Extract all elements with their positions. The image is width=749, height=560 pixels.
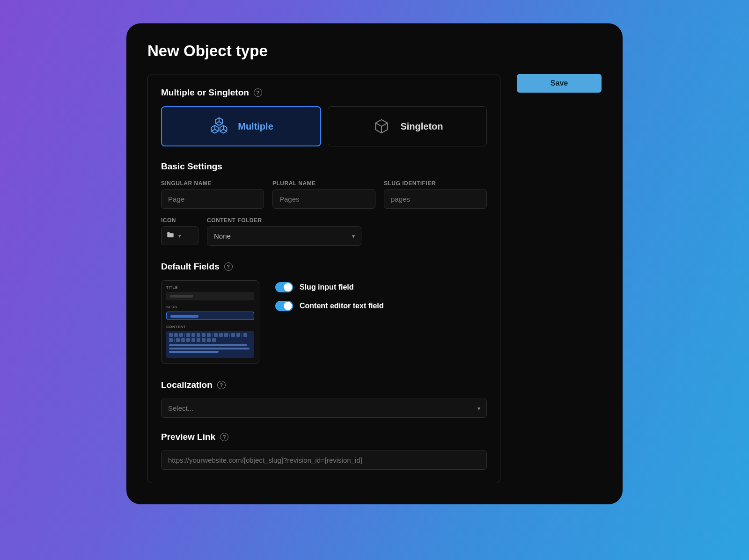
preview-slug-input [166, 312, 254, 320]
section-title-type-label: Multiple or Singleton [161, 87, 249, 98]
content-folder-label: CONTENT FOLDER [207, 217, 361, 224]
basic-fields-row-1: SINGULAR NAME PLURAL NAME SLUG IDENTIFIE… [161, 180, 487, 209]
preview-link-input[interactable] [161, 451, 487, 470]
section-title-localization: Localization ? [161, 380, 487, 390]
folder-icon [166, 231, 175, 241]
chevron-down-icon: ▾ [178, 233, 181, 239]
modal: New Object type Multiple or Singleton ? [126, 23, 623, 504]
toggle-slug-field[interactable] [275, 282, 293, 292]
section-title-preview-link-label: Preview Link [161, 432, 215, 442]
section-title-basic-label: Basic Settings [161, 161, 222, 172]
preview-label-content: CONTENT [166, 325, 254, 329]
preview-content-editor [166, 331, 254, 358]
toggle-slug-label: Slug input field [300, 283, 354, 291]
cubes-icon [209, 116, 229, 137]
type-option-singleton-label: Singleton [400, 121, 443, 132]
singular-label: SINGULAR NAME [161, 180, 264, 187]
plural-input[interactable] [272, 189, 375, 209]
type-option-multiple[interactable]: Multiple [161, 106, 321, 146]
plural-label: PLURAL NAME [272, 180, 375, 187]
icon-label: ICON [161, 217, 198, 224]
icon-picker[interactable]: ▾ [161, 226, 198, 245]
toggle-content-label: Content editor text field [300, 302, 384, 310]
section-title-default-fields: Default Fields ? [161, 262, 487, 272]
save-button[interactable]: Save [517, 74, 602, 93]
section-title-default-fields-label: Default Fields [161, 262, 220, 272]
localization-select-wrap: Select... ▾ [161, 399, 487, 418]
default-fields-row: TITLE SLUG CONTENT [161, 280, 487, 364]
field-icon: ICON ▾ [161, 217, 198, 246]
content-row: Multiple or Singleton ? [147, 74, 602, 483]
section-title-localization-label: Localization [161, 380, 213, 390]
slug-id-input[interactable] [384, 189, 487, 209]
help-icon[interactable]: ? [217, 381, 226, 389]
field-slug-id: SLUG IDENTIFIER [384, 180, 487, 209]
toggle-content-editor-field[interactable] [275, 301, 293, 311]
basic-fields-row-2: ICON ▾ CONTENT FOLDER None ▾ [161, 217, 487, 246]
help-icon[interactable]: ? [254, 88, 262, 97]
localization-select[interactable]: Select... [161, 399, 487, 418]
form-panel: Multiple or Singleton ? [147, 74, 500, 483]
field-plural: PLURAL NAME [272, 180, 375, 209]
singular-input[interactable] [161, 189, 264, 209]
default-field-toggles: Slug input field Content editor text fie… [275, 280, 384, 311]
cube-icon [371, 116, 392, 137]
slug-id-label: SLUG IDENTIFIER [384, 180, 487, 187]
help-icon[interactable]: ? [224, 262, 233, 271]
right-column: Save [517, 74, 602, 483]
help-icon[interactable]: ? [220, 433, 228, 441]
preview-label-slug: SLUG [166, 305, 254, 309]
type-options: Multiple Singleton [161, 106, 487, 146]
field-content-folder: CONTENT FOLDER None ▾ [207, 217, 361, 246]
section-title-preview-link: Preview Link ? [161, 432, 487, 442]
preview-label-title: TITLE [166, 285, 254, 290]
toggle-row-slug: Slug input field [275, 282, 384, 292]
content-folder-select[interactable]: None [207, 226, 361, 246]
section-title-type: Multiple or Singleton ? [161, 87, 487, 98]
type-option-multiple-label: Multiple [238, 121, 273, 132]
toggle-row-content: Content editor text field [275, 301, 384, 311]
field-singular: SINGULAR NAME [161, 180, 264, 209]
preview-title-input [166, 292, 254, 300]
section-title-basic: Basic Settings [161, 161, 487, 172]
type-option-singleton[interactable]: Singleton [328, 106, 487, 146]
fields-preview-card: TITLE SLUG CONTENT [161, 280, 259, 364]
page-title: New Object type [147, 42, 602, 60]
content-folder-select-wrap: None ▾ [207, 226, 361, 246]
